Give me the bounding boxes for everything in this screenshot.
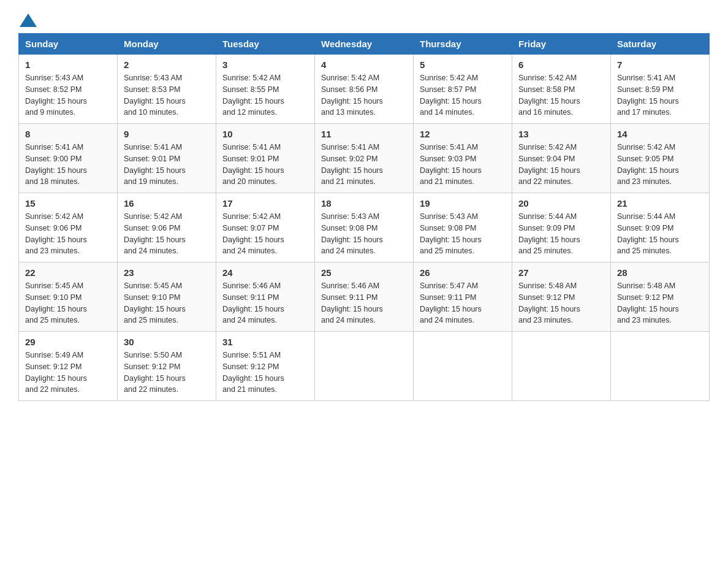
column-header-sunday: Sunday [19,34,118,55]
calendar-cell: 25 Sunrise: 5:46 AMSunset: 9:11 PMDaylig… [315,262,414,332]
day-number: 4 [321,59,407,70]
calendar-cell: 11 Sunrise: 5:41 AMSunset: 9:02 PMDaylig… [315,124,414,193]
calendar-cell: 1 Sunrise: 5:43 AMSunset: 8:52 PMDayligh… [19,55,118,124]
day-number: 21 [617,198,703,209]
day-info: Sunrise: 5:45 AMSunset: 9:10 PMDaylight:… [25,280,111,326]
calendar-cell: 2 Sunrise: 5:43 AMSunset: 8:53 PMDayligh… [118,55,216,124]
calendar-cell: 12 Sunrise: 5:41 AMSunset: 9:03 PMDaylig… [414,124,512,193]
calendar-cell: 27 Sunrise: 5:48 AMSunset: 9:12 PMDaylig… [512,262,611,332]
calendar-cell: 30 Sunrise: 5:50 AMSunset: 9:12 PMDaylig… [118,332,216,401]
calendar-cell: 26 Sunrise: 5:47 AMSunset: 9:11 PMDaylig… [414,262,512,332]
calendar-cell: 28 Sunrise: 5:48 AMSunset: 9:12 PMDaylig… [611,262,710,332]
column-header-friday: Friday [512,34,611,55]
day-number: 20 [518,198,604,209]
calendar-cell: 20 Sunrise: 5:44 AMSunset: 9:09 PMDaylig… [512,193,611,262]
calendar-cell [315,332,414,401]
column-header-saturday: Saturday [611,34,710,55]
day-number: 13 [518,129,604,139]
day-number: 6 [518,59,604,70]
page-header [18,12,710,27]
calendar-cell: 5 Sunrise: 5:42 AMSunset: 8:57 PMDayligh… [414,55,512,124]
day-number: 22 [25,267,111,278]
day-info: Sunrise: 5:46 AMSunset: 9:11 PMDaylight:… [222,280,308,326]
logo [18,12,37,27]
column-header-wednesday: Wednesday [315,34,414,55]
calendar-cell: 10 Sunrise: 5:41 AMSunset: 9:01 PMDaylig… [216,124,315,193]
day-number: 15 [25,198,111,209]
calendar-cell: 23 Sunrise: 5:45 AMSunset: 9:10 PMDaylig… [118,262,216,332]
calendar-cell: 9 Sunrise: 5:41 AMSunset: 9:01 PMDayligh… [118,124,216,193]
day-info: Sunrise: 5:42 AMSunset: 8:55 PMDaylight:… [222,72,308,118]
day-number: 24 [222,267,308,278]
calendar-cell: 8 Sunrise: 5:41 AMSunset: 9:00 PMDayligh… [19,124,118,193]
calendar-cell: 21 Sunrise: 5:44 AMSunset: 9:09 PMDaylig… [611,193,710,262]
day-info: Sunrise: 5:42 AMSunset: 8:57 PMDaylight:… [420,72,506,118]
day-info: Sunrise: 5:43 AMSunset: 9:08 PMDaylight:… [420,211,506,257]
day-info: Sunrise: 5:41 AMSunset: 9:03 PMDaylight:… [420,142,506,188]
calendar-cell [414,332,512,401]
day-number: 11 [321,129,407,139]
day-info: Sunrise: 5:42 AMSunset: 9:06 PMDaylight:… [25,211,111,257]
calendar-cell: 18 Sunrise: 5:43 AMSunset: 9:08 PMDaylig… [315,193,414,262]
column-header-tuesday: Tuesday [216,34,315,55]
day-info: Sunrise: 5:44 AMSunset: 9:09 PMDaylight:… [617,211,703,257]
day-number: 2 [124,59,210,70]
day-number: 8 [25,129,111,139]
week-row-4: 22 Sunrise: 5:45 AMSunset: 9:10 PMDaylig… [19,262,710,332]
calendar-cell: 24 Sunrise: 5:46 AMSunset: 9:11 PMDaylig… [216,262,315,332]
calendar-cell: 19 Sunrise: 5:43 AMSunset: 9:08 PMDaylig… [414,193,512,262]
calendar-cell [512,332,611,401]
day-number: 30 [124,337,210,347]
day-number: 31 [222,337,308,347]
calendar-cell: 6 Sunrise: 5:42 AMSunset: 8:58 PMDayligh… [512,55,611,124]
day-number: 10 [222,129,308,139]
calendar-cell: 15 Sunrise: 5:42 AMSunset: 9:06 PMDaylig… [19,193,118,262]
week-row-1: 1 Sunrise: 5:43 AMSunset: 8:52 PMDayligh… [19,55,710,124]
day-info: Sunrise: 5:44 AMSunset: 9:09 PMDaylight:… [518,211,604,257]
day-info: Sunrise: 5:41 AMSunset: 9:02 PMDaylight:… [321,142,407,188]
day-info: Sunrise: 5:42 AMSunset: 8:56 PMDaylight:… [321,72,407,118]
day-info: Sunrise: 5:42 AMSunset: 9:07 PMDaylight:… [222,211,308,257]
day-info: Sunrise: 5:43 AMSunset: 8:53 PMDaylight:… [124,72,210,118]
day-info: Sunrise: 5:41 AMSunset: 9:01 PMDaylight:… [124,142,210,188]
calendar-cell: 16 Sunrise: 5:42 AMSunset: 9:06 PMDaylig… [118,193,216,262]
day-number: 3 [222,59,308,70]
day-number: 14 [617,129,703,139]
day-info: Sunrise: 5:42 AMSunset: 9:05 PMDaylight:… [617,142,703,188]
calendar-cell: 22 Sunrise: 5:45 AMSunset: 9:10 PMDaylig… [19,262,118,332]
week-row-3: 15 Sunrise: 5:42 AMSunset: 9:06 PMDaylig… [19,193,710,262]
week-row-2: 8 Sunrise: 5:41 AMSunset: 9:00 PMDayligh… [19,124,710,193]
day-number: 16 [124,198,210,209]
calendar-header-row: SundayMondayTuesdayWednesdayThursdayFrid… [19,34,710,55]
day-info: Sunrise: 5:43 AMSunset: 9:08 PMDaylight:… [321,211,407,257]
day-number: 19 [420,198,506,209]
day-number: 25 [321,267,407,278]
week-row-5: 29 Sunrise: 5:49 AMSunset: 9:12 PMDaylig… [19,332,710,401]
day-info: Sunrise: 5:45 AMSunset: 9:10 PMDaylight:… [124,280,210,326]
day-info: Sunrise: 5:41 AMSunset: 9:01 PMDaylight:… [222,142,308,188]
day-info: Sunrise: 5:41 AMSunset: 9:00 PMDaylight:… [25,142,111,188]
day-info: Sunrise: 5:48 AMSunset: 9:12 PMDaylight:… [617,280,703,326]
day-info: Sunrise: 5:42 AMSunset: 9:06 PMDaylight:… [124,211,210,257]
calendar-cell: 29 Sunrise: 5:49 AMSunset: 9:12 PMDaylig… [19,332,118,401]
day-number: 12 [420,129,506,139]
day-info: Sunrise: 5:49 AMSunset: 9:12 PMDaylight:… [25,350,111,396]
day-number: 29 [25,337,111,347]
day-info: Sunrise: 5:50 AMSunset: 9:12 PMDaylight:… [124,350,210,396]
calendar-cell: 7 Sunrise: 5:41 AMSunset: 8:59 PMDayligh… [611,55,710,124]
day-info: Sunrise: 5:51 AMSunset: 9:12 PMDaylight:… [222,350,308,396]
calendar-cell: 31 Sunrise: 5:51 AMSunset: 9:12 PMDaylig… [216,332,315,401]
logo-icon [20,13,37,27]
day-info: Sunrise: 5:43 AMSunset: 8:52 PMDaylight:… [25,72,111,118]
calendar-cell: 17 Sunrise: 5:42 AMSunset: 9:07 PMDaylig… [216,193,315,262]
day-info: Sunrise: 5:42 AMSunset: 9:04 PMDaylight:… [518,142,604,188]
day-number: 28 [617,267,703,278]
day-info: Sunrise: 5:46 AMSunset: 9:11 PMDaylight:… [321,280,407,326]
day-info: Sunrise: 5:42 AMSunset: 8:58 PMDaylight:… [518,72,604,118]
day-number: 18 [321,198,407,209]
calendar-cell: 13 Sunrise: 5:42 AMSunset: 9:04 PMDaylig… [512,124,611,193]
calendar-cell [611,332,710,401]
calendar-cell: 3 Sunrise: 5:42 AMSunset: 8:55 PMDayligh… [216,55,315,124]
day-number: 1 [25,59,111,70]
day-info: Sunrise: 5:48 AMSunset: 9:12 PMDaylight:… [518,280,604,326]
